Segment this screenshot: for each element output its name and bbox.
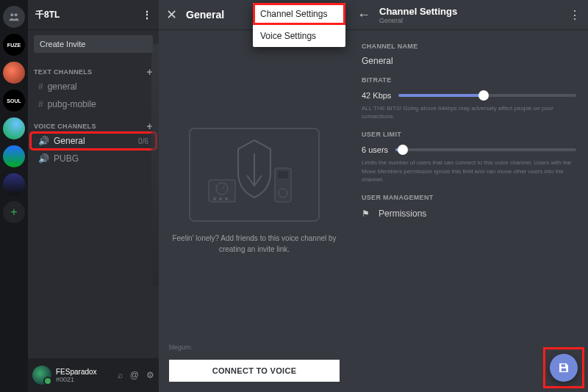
search-icon[interactable]: ⌕ — [118, 370, 123, 380]
channel-name-label: CHANNEL NAME — [362, 43, 576, 50]
server-soul[interactable]: SOUL — [3, 90, 25, 112]
server-name: 千8TL — [35, 9, 60, 21]
menu-voice-settings[interactable]: Voice Settings — [253, 25, 345, 47]
userlimit-value: 6 users — [362, 145, 388, 154]
gear-icon[interactable]: ⚙ — [146, 370, 154, 380]
channel-name-value[interactable]: General — [362, 56, 576, 66]
server-item[interactable] — [3, 145, 25, 167]
kebab-icon[interactable]: ⋮ — [143, 10, 151, 20]
avatar[interactable] — [32, 366, 51, 385]
mention-icon[interactable]: @ — [130, 370, 139, 380]
userlimit-hint: Limits the number of users that can conn… — [362, 159, 576, 184]
permissions-row[interactable]: ⚑ Permissions — [362, 208, 576, 219]
hash-icon: # — [38, 99, 43, 109]
flag-icon: ⚑ — [362, 208, 370, 219]
settings-title: Channel Settings — [379, 6, 457, 17]
username-block[interactable]: FESparadox #0021 — [56, 368, 97, 383]
friends-icon — [8, 11, 20, 23]
userlimit-slider[interactable] — [395, 148, 576, 151]
server-header[interactable]: 千8TL ⋮ — [28, 0, 159, 29]
background-preview — [151, 44, 159, 286]
create-invite-button[interactable]: Create Invite — [34, 35, 153, 53]
userlimit-label: USER LIMIT — [362, 131, 576, 138]
back-icon[interactable]: ← — [357, 7, 370, 23]
voice-channels-header[interactable]: VOICE CHANNELS + — [28, 120, 159, 132]
speaker-icon: 🔊 — [38, 136, 49, 146]
bitrate-hint: ALL THE BITS! Going above 64kbps may adv… — [362, 104, 576, 120]
channel-sidebar: 千8TL ⋮ Create Invite TEXT CHANNELS + # g… — [28, 0, 159, 392]
server-item[interactable] — [3, 173, 25, 195]
speaker-icon: 🔊 — [38, 153, 49, 164]
add-server-button[interactable]: + — [3, 201, 25, 223]
bitrate-slider[interactable] — [398, 94, 576, 97]
bubble-preview: blegum. — [169, 344, 193, 351]
bitrate-value: 42 Kbps — [362, 91, 391, 100]
channel-settings-panel: ← Channel Settings General ⋮ CHANNEL NAM… — [350, 0, 588, 392]
voice-channel-view: ✕ General Channel Settings Voice Setting… — [159, 0, 350, 392]
svg-point-6 — [213, 197, 216, 200]
svg-point-8 — [225, 197, 228, 200]
text-channel-general[interactable]: # general — [31, 79, 156, 95]
lonely-text: Feelin' lonely? Add friends to this voic… — [172, 233, 337, 255]
settings-header: ← Channel Settings General ⋮ — [350, 0, 588, 29]
illustration — [188, 127, 320, 222]
settings-subtitle: General — [379, 17, 457, 24]
server-item[interactable] — [3, 117, 25, 139]
svg-point-0 — [10, 13, 13, 16]
svg-point-7 — [219, 197, 222, 200]
text-channel-pubg[interactable]: # pubg-mobile — [31, 96, 156, 112]
close-icon[interactable]: ✕ — [166, 7, 177, 23]
save-button[interactable] — [550, 354, 578, 382]
connect-to-voice-button[interactable]: CONNECT TO VOICE — [169, 360, 340, 382]
user-panel: FESparadox #0021 ⌕ @ ⚙ — [28, 358, 159, 392]
channel-title: General — [186, 9, 224, 21]
server-item[interactable] — [3, 62, 25, 84]
home-button[interactable] — [3, 6, 25, 28]
svg-rect-10 — [278, 171, 288, 178]
kebab-icon[interactable]: ⋮ — [569, 8, 581, 22]
menu-channel-settings[interactable]: Channel Settings — [253, 3, 345, 25]
user-mgmt-label: USER MANAGEMENT — [362, 194, 576, 201]
save-icon — [558, 362, 570, 374]
context-menu: Channel Settings Voice Settings — [253, 3, 345, 47]
empty-state: Feelin' lonely? Add friends to this voic… — [159, 29, 350, 352]
text-channels-header[interactable]: TEXT CHANNELS + — [28, 66, 159, 78]
bitrate-label: BITRATE — [362, 76, 576, 84]
voice-channel-pubg[interactable]: 🔊 PUBG — [31, 150, 156, 167]
hash-icon: # — [38, 81, 43, 92]
user-count: 0/6 — [138, 137, 148, 145]
server-fuze[interactable]: FUZE — [3, 34, 25, 56]
server-list: FUZE SOUL + — [0, 0, 28, 392]
svg-point-1 — [15, 13, 18, 16]
voice-channel-general[interactable]: 🔊 General 0/6 — [31, 133, 156, 149]
